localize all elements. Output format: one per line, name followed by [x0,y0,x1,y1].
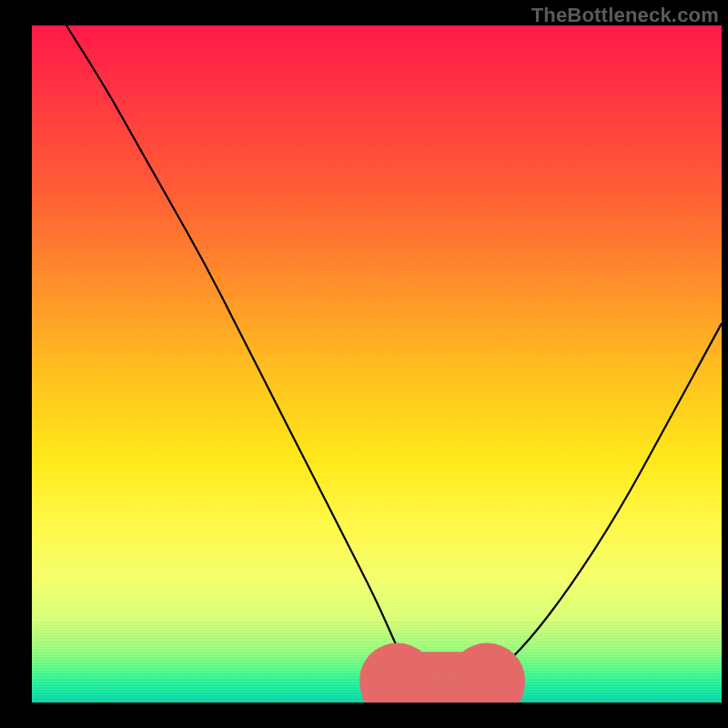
plot-area [32,25,722,703]
bottleneck-curve [66,25,722,689]
valley-marker [398,680,488,689]
curve-svg [32,25,722,703]
watermark-text: TheBottleneck.com [531,4,719,27]
chart-root: TheBottleneck.com [0,0,728,728]
